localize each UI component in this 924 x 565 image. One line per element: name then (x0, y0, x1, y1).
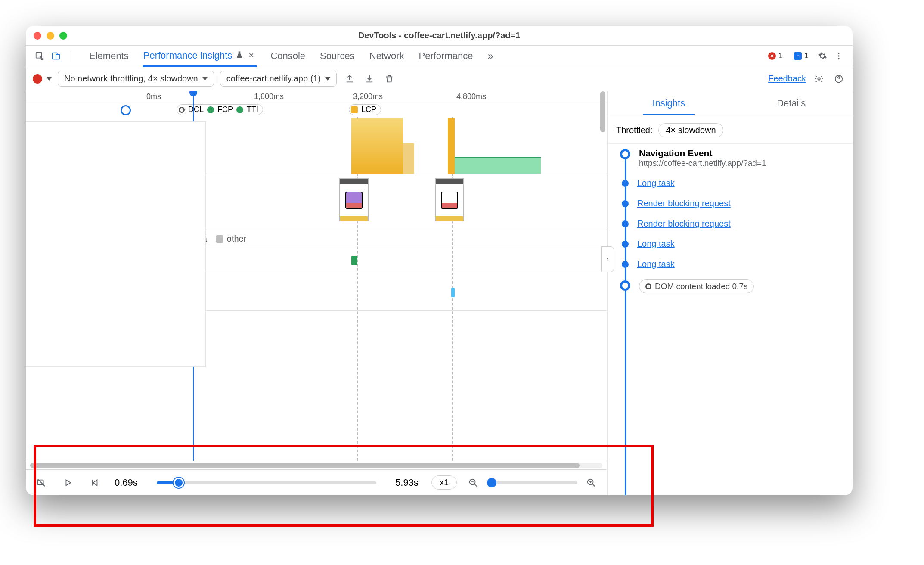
timeline-area[interactable]: 0ms 1,600ms 3,200ms 4,800ms DCL FCP TTI (26, 91, 607, 461)
marker-timings[interactable]: DCL FCP TTI (177, 104, 263, 115)
session-dropdown[interactable]: coffee-cart.netlify.app (1) (220, 71, 337, 87)
more-icon[interactable] (832, 49, 846, 63)
divider (69, 50, 69, 62)
tab-network[interactable]: Network (369, 46, 405, 66)
import-icon[interactable] (363, 72, 376, 86)
flask-icon (236, 50, 243, 61)
insight-subtitle: https://coffee-cart.netlify.app/?ad=1 (639, 158, 766, 168)
device-toolbar-icon[interactable] (49, 49, 63, 63)
timeline-pane: 0ms 1,600ms 3,200ms 4,800ms DCL FCP TTI (26, 91, 607, 495)
svg-point-3 (838, 52, 840, 54)
ruler-tick: 3,200ms (353, 92, 383, 101)
tab-console[interactable]: Console (270, 46, 306, 66)
insight-navigation-event[interactable]: Navigation Event https://coffee-cart.net… (616, 148, 844, 168)
legend-other: other (216, 234, 247, 244)
marker-dcl-icon (179, 107, 185, 113)
playback-slider[interactable] (157, 481, 376, 484)
playback-speed-button[interactable]: x1 (431, 475, 457, 490)
throttled-chip[interactable]: 4× slowdown (658, 123, 723, 137)
error-count: 1 (778, 51, 783, 60)
tabs-overflow[interactable]: » (487, 46, 494, 66)
zoom-in-icon[interactable] (584, 476, 598, 490)
insight-long-task[interactable]: Long task (616, 259, 844, 269)
insight-link[interactable]: Long task (637, 178, 675, 188)
marker-nav[interactable] (121, 105, 131, 115)
dcl-ring-icon (645, 283, 651, 289)
marker-tti-label: TTI (247, 105, 258, 114)
playback-end-time: 5.93s (395, 477, 419, 488)
screenshot-thumb[interactable] (435, 178, 464, 221)
insight-link[interactable]: Long task (637, 239, 675, 249)
tab-details[interactable]: Details (730, 91, 853, 115)
message-badge[interactable]: ≡ 1 (790, 50, 813, 61)
insight-long-task[interactable]: Long task (616, 178, 844, 188)
timeline-dot-icon (622, 200, 629, 207)
screenshot-thumb[interactable] (339, 178, 369, 221)
zoom-controls (466, 476, 598, 490)
network-bar[interactable] (351, 256, 357, 265)
insight-render-blocking[interactable]: Render blocking request (616, 199, 844, 208)
record-button[interactable] (33, 74, 42, 84)
tab-performance[interactable]: Performance (418, 46, 474, 66)
zoom-slider-handle[interactable] (487, 478, 496, 487)
marker-dcl-label: DCL (188, 105, 204, 114)
tooltip-preview (26, 121, 206, 367)
tab-insights[interactable]: Insights (608, 91, 730, 115)
time-ruler[interactable]: 0ms 1,600ms 3,200ms 4,800ms (26, 91, 607, 103)
export-icon[interactable] (343, 72, 357, 86)
network-bar[interactable] (451, 288, 455, 297)
marker-tti-icon (236, 106, 243, 113)
marker-lcp-icon (351, 106, 358, 113)
dcl-chip-label: DOM content loaded 0.7s (655, 282, 747, 291)
chevron-down-icon (325, 77, 330, 81)
legend-label: other (227, 234, 247, 244)
inspect-element-icon[interactable] (33, 49, 47, 63)
throttle-info: Throttled: 4× slowdown (608, 117, 853, 144)
play-icon[interactable] (61, 476, 75, 490)
marker-fcp-label: FCP (217, 105, 233, 114)
tab-close-button[interactable]: ✕ (247, 51, 256, 59)
zoom-slider[interactable] (487, 481, 577, 484)
playback-slider-handle[interactable] (174, 478, 184, 488)
devtools-window: DevTools - coffee-cart.netlify.app/?ad=1… (26, 26, 853, 495)
feedback-link[interactable]: Feedback (768, 74, 806, 84)
insight-render-blocking[interactable]: Render blocking request (616, 219, 844, 229)
panel-tabs: Elements Performance insights ✕ Console … (88, 46, 494, 66)
tab-sources[interactable]: Sources (319, 46, 356, 66)
insights-timeline[interactable]: Navigation Event https://coffee-cart.net… (608, 144, 853, 495)
settings-icon[interactable] (815, 49, 829, 63)
insight-link[interactable]: Render blocking request (637, 219, 731, 229)
tab-performance-insights[interactable]: Performance insights ✕ (143, 46, 257, 67)
insight-title: Navigation Event (639, 148, 766, 158)
panel-settings-icon[interactable] (812, 72, 826, 86)
ruler-tick: 0ms (146, 92, 161, 101)
tab-performance-insights-label: Performance insights (143, 50, 233, 61)
error-badge[interactable]: ✕ 1 (764, 50, 787, 61)
insight-link[interactable]: Long task (637, 259, 675, 269)
help-icon[interactable] (832, 72, 846, 86)
window-title: DevTools - coffee-cart.netlify.app/?ad=1 (26, 31, 853, 40)
delete-icon[interactable] (382, 72, 396, 86)
session-label: coffee-cart.netlify.app (1) (226, 74, 321, 84)
throttling-dropdown[interactable]: No network throttling, 4× slowdown (58, 71, 214, 87)
timeline-dot-icon (620, 149, 630, 159)
insight-long-task[interactable]: Long task (616, 239, 844, 249)
vertical-scrollbar[interactable] (599, 91, 607, 182)
dcl-chip[interactable]: DOM content loaded 0.7s (639, 279, 754, 293)
collapse-panel-button[interactable]: › (601, 246, 614, 272)
record-dropdown-caret[interactable] (47, 77, 52, 81)
performance-toolbar: No network throttling, 4× slowdown coffe… (26, 66, 853, 91)
cpu-block (448, 118, 455, 174)
chevron-down-icon (202, 77, 208, 81)
throttled-label: Throttled: (616, 125, 652, 135)
zoom-out-icon[interactable] (466, 476, 480, 490)
tab-insights-label: Insights (652, 98, 685, 109)
toggle-visibility-icon[interactable] (34, 476, 48, 490)
content-area: 0ms 1,600ms 3,200ms 4,800ms DCL FCP TTI (26, 91, 853, 495)
insight-link[interactable]: Render blocking request (637, 199, 731, 208)
marker-lcp[interactable]: LCP (349, 104, 381, 115)
horizontal-scrollbar[interactable] (26, 461, 607, 469)
insight-dcl[interactable]: DOM content loaded 0.7s (616, 279, 844, 293)
tab-elements[interactable]: Elements (88, 46, 130, 66)
rewind-icon[interactable] (88, 476, 102, 490)
